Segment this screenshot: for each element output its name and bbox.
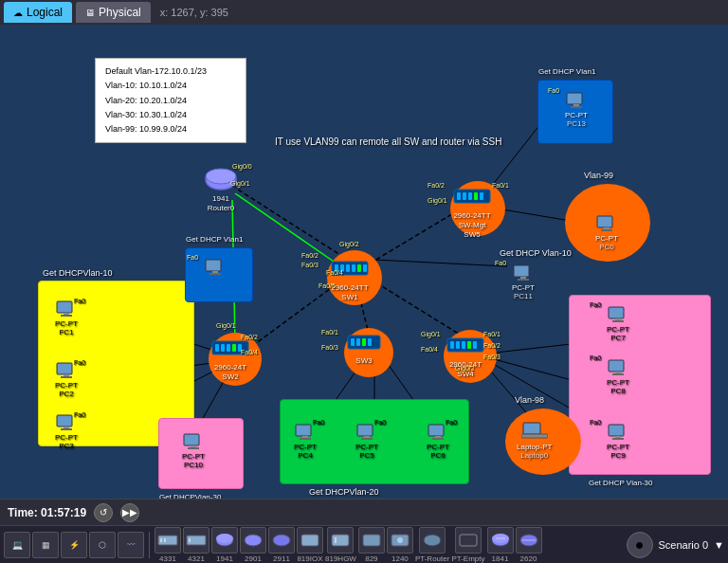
829-label: 829	[365, 554, 377, 563]
router0-gig00: Gig0/0	[232, 163, 252, 170]
4331-icon[interactable]	[155, 527, 181, 554]
svg-rect-64	[61, 428, 72, 430]
1240-icon[interactable]	[387, 527, 413, 554]
pc7-sub: PC7	[610, 334, 626, 342]
sw5-gig01: Gig0/1	[428, 197, 447, 204]
pc1-node[interactable]: PC-PT FC1 Fa0	[55, 300, 78, 336]
sw1-node[interactable]: 2960-24TT SW1 Fa0/2 Fa0/3 Fa0/4 Fa0/5 Gi…	[330, 254, 370, 301]
PT-Router-label: PT-Router	[415, 554, 449, 563]
toolbar-819HGW[interactable]: 819HGW	[325, 527, 356, 563]
pc13-node[interactable]: PC-PT PC13 Fa0	[565, 91, 588, 128]
toolbar-829[interactable]: 829	[358, 527, 385, 563]
scenario-dropdown[interactable]: ▼	[714, 539, 724, 551]
svg-rect-29	[346, 264, 350, 272]
toolbar-end-device[interactable]: 💻	[4, 532, 30, 558]
toolbar-PT-Router[interactable]: PT-Router	[415, 527, 449, 563]
sw4-icon	[446, 333, 485, 359]
829-icon[interactable]	[358, 527, 385, 554]
end-device-icon[interactable]: 💻	[4, 532, 30, 558]
sw3-node[interactable]: SW3 Fa0/1 Fa0/3	[346, 331, 382, 365]
router-group-icon[interactable]: ⬡	[89, 532, 116, 558]
toolbar-4331[interactable]: 4331	[155, 527, 181, 563]
toolbar-PT-Empty[interactable]: PT-Empty	[451, 527, 484, 563]
laptop0-node[interactable]: Laptop-PT Laptop0	[517, 421, 552, 460]
toolbar-switch[interactable]: ▦	[32, 532, 59, 558]
svg-rect-46	[456, 341, 460, 349]
pc8-icon	[607, 358, 629, 377]
toolbar-router-group[interactable]: ⬡	[89, 532, 116, 558]
sw5-node[interactable]: 2960-24TT SW-Mgt SW5 Fa0/2 Gig0/1 Fa0/1	[452, 184, 492, 239]
toolbar-2911[interactable]: 2911	[268, 527, 295, 563]
pc4-node[interactable]: PC-PT PC4 Fa0	[294, 423, 317, 460]
pc-mid-node[interactable]: Fa0	[204, 258, 227, 277]
router0-node[interactable]: 1941 Router0 Gig0/0 Gig0/1	[204, 167, 238, 212]
PT-Empty-icon[interactable]	[455, 527, 482, 554]
pc9-label: PC-PT	[607, 443, 629, 451]
819IOX-icon[interactable]	[297, 527, 323, 554]
divider	[149, 532, 150, 558]
pc10-node[interactable]: PC-PT PC10	[182, 432, 205, 469]
2901-icon[interactable]	[240, 527, 266, 554]
svg-rect-109	[301, 535, 318, 546]
toolbar-1841[interactable]: 1841	[487, 527, 514, 563]
tab-logical[interactable]: ☁ Logical	[4, 2, 72, 23]
svg-rect-93	[615, 372, 621, 373]
svg-line-4	[370, 279, 464, 337]
pc11-sub: PC11	[514, 292, 533, 300]
toolbar-2901[interactable]: 2901	[240, 527, 266, 563]
sw3-fa03: Fa0/3	[321, 344, 338, 351]
svg-rect-30	[352, 264, 355, 272]
pc9-node[interactable]: PC-PT PC9 Fa0	[607, 423, 629, 460]
toolbar-cable[interactable]: 〰	[118, 532, 144, 558]
toolbar-4321[interactable]: 4321	[183, 527, 209, 563]
toolbar-819IOX[interactable]: 819IOX	[297, 527, 323, 563]
1941-icon[interactable]	[211, 527, 238, 554]
canvas-area[interactable]: Default Vlan-172.10.0.1/23 Vlan-10: 10.1…	[0, 25, 728, 499]
svg-rect-70	[300, 438, 311, 440]
svg-rect-86	[514, 265, 529, 277]
pc6-node[interactable]: PC-PT PC6 Fa0	[427, 423, 449, 460]
toolbar-lightning[interactable]: ⚡	[61, 532, 87, 558]
sw1-fa03: Fa0/3	[301, 262, 318, 268]
tab-physical-label: Physical	[99, 6, 141, 19]
pc0-node[interactable]: PC-PT PC0	[595, 214, 618, 251]
sw4-node[interactable]: 2960-24T SW4 Gig0/1 Fa0/4 Fa0/1 Fa0/2 Fa…	[446, 333, 485, 378]
pc11-node[interactable]: PC-PT PC11 Fa0	[512, 263, 535, 300]
reset-button[interactable]: ↺	[94, 503, 113, 522]
tab-physical[interactable]: 🖥 Physical	[76, 2, 151, 23]
PT-Empty-label: PT-Empty	[451, 554, 484, 563]
pc2-node[interactable]: PC-PT PC2 Fa0	[55, 361, 78, 398]
toolbar-2620[interactable]: 2620	[516, 527, 542, 563]
toolbar-1240[interactable]: 1240	[387, 527, 413, 563]
pc11-label: PC-PT	[512, 283, 535, 292]
laptop0-sub: Laptop0	[520, 451, 548, 460]
svg-rect-81	[573, 104, 579, 106]
lightning-icon[interactable]: ⚡	[61, 532, 87, 558]
pc-mid-fa0: Fa0	[187, 254, 198, 261]
svg-rect-83	[206, 260, 221, 271]
scenario-circle[interactable]: ●	[627, 532, 653, 558]
pc8-node[interactable]: PC-PT PC8 Fa0	[607, 358, 629, 395]
PT-Router-icon[interactable]	[419, 527, 446, 554]
sw2-node[interactable]: 2960-24T SW2 Fa0/2 Fa0/4 Gig0/1	[210, 336, 250, 381]
toolbar-1941[interactable]: 1941	[211, 527, 238, 563]
pc10-label: PC-PT	[182, 452, 205, 461]
svg-rect-54	[474, 192, 478, 200]
svg-rect-58	[61, 315, 72, 317]
svg-rect-52	[463, 192, 466, 200]
819HGW-icon[interactable]	[327, 527, 354, 554]
pc3-node[interactable]: PC-PT PC3 Fa0	[55, 413, 78, 450]
4321-icon[interactable]	[183, 527, 209, 554]
pc1-sub: FC1	[59, 328, 73, 336]
svg-rect-31	[357, 264, 361, 272]
switch-icon[interactable]: ▦	[32, 532, 59, 558]
2911-icon[interactable]	[268, 527, 295, 554]
pc5-node[interactable]: PC-PT PC5 Fa0	[355, 423, 378, 460]
fastforward-button[interactable]: ▶▶	[120, 503, 139, 522]
1841-icon[interactable]	[487, 527, 514, 554]
2620-icon[interactable]	[516, 527, 542, 554]
sw2-gig01: Gig0/1	[216, 322, 236, 329]
cable-icon[interactable]: 〰	[118, 532, 144, 558]
scenario-area: ● Scenario 0 ▼	[627, 532, 724, 558]
pc7-node[interactable]: PC-PT PC7 Fa0	[607, 305, 629, 342]
